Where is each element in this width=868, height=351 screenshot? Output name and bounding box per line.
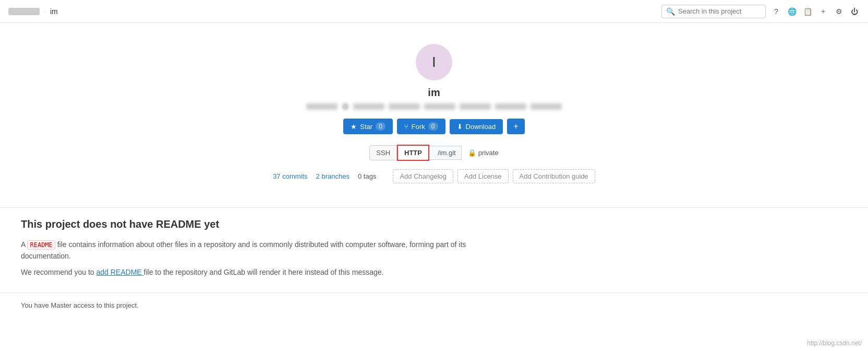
main-content: I im ★ Star 0 ⑂ Fork 0: [0, 23, 868, 328]
add-changelog-label: Add Changelog: [400, 172, 447, 180]
project-title: im: [428, 87, 440, 99]
http-tab-label: HTTP: [404, 149, 422, 157]
branches-count: 2: [316, 172, 320, 180]
meta-blur-1: [306, 103, 337, 110]
help-icon[interactable]: ?: [771, 6, 781, 17]
globe-icon[interactable]: 🌐: [787, 6, 797, 17]
plus-nav-icon[interactable]: ＋: [818, 6, 828, 17]
search-icon: 🔍: [666, 7, 675, 16]
meta-blur-6: [495, 103, 526, 110]
download-icon: ⬇: [457, 123, 463, 131]
signout-icon[interactable]: ⏻: [849, 6, 860, 17]
avatar-letter: I: [432, 54, 436, 71]
download-button[interactable]: ⬇ Download: [450, 119, 503, 134]
branches-label: branches: [321, 172, 349, 180]
lock-icon: 🔒: [468, 149, 476, 157]
star-count: 0: [376, 122, 385, 131]
page-divider: [0, 207, 868, 208]
fork-icon: ⑂: [404, 123, 408, 131]
action-buttons: ★ Star 0 ⑂ Fork 0 ⬇ Download +: [343, 119, 524, 134]
private-badge: 🔒 private: [468, 149, 499, 157]
readme-text-1: A README file contains information about…: [21, 239, 480, 262]
commits-count: 37: [273, 172, 280, 180]
navbar: · im 🔍 ? 🌐 📋 ＋ ⚙ ⏻: [0, 0, 868, 23]
meta-blur-2: [353, 103, 384, 110]
fork-button[interactable]: ⑂ Fork 0: [397, 119, 445, 134]
access-note: You have Master access to this project.: [21, 301, 139, 309]
readme-text-2: We recommend you to add README file to t…: [21, 266, 480, 278]
navbar-left: · im: [8, 7, 58, 16]
meta-blur-7: [531, 103, 562, 110]
copy-icon[interactable]: 📋: [802, 6, 813, 17]
quick-actions: Add Changelog Add License Add Contributi…: [393, 169, 595, 183]
tags-count: 0: [358, 172, 361, 180]
ssh-tab[interactable]: SSH: [369, 145, 397, 160]
add-contribution-button[interactable]: Add Contribution guide: [513, 169, 595, 183]
add-changelog-button[interactable]: Add Changelog: [393, 169, 453, 183]
clone-url-field[interactable]: /im.git: [429, 146, 462, 160]
add-readme-link-text: add README: [96, 268, 141, 276]
project-avatar: I: [416, 44, 452, 80]
settings-icon[interactable]: ⚙: [834, 6, 844, 17]
readme-code-badge: README: [27, 240, 55, 250]
fork-label: Fork: [412, 123, 425, 131]
star-label: Star: [360, 123, 372, 131]
navbar-separator: ·: [44, 7, 46, 16]
private-label: private: [478, 149, 499, 157]
search-input[interactable]: [678, 7, 761, 15]
commits-link[interactable]: 37 commits: [273, 172, 307, 180]
tags-stat: 0 tags: [358, 172, 376, 180]
add-contribution-label: Add Contribution guide: [520, 172, 588, 180]
star-icon: ★: [351, 123, 357, 131]
project-meta-blur: [306, 103, 562, 110]
footer-note: You have Master access to this project.: [0, 292, 868, 318]
ssh-tab-label: SSH: [376, 149, 390, 157]
search-box[interactable]: 🔍: [661, 5, 766, 18]
navbar-project-name: im: [50, 7, 58, 16]
readme-text2-prefix: We recommend you to: [21, 268, 96, 276]
clone-section: SSH HTTP /im.git 🔒 private: [369, 145, 498, 161]
project-header: I im ★ Star 0 ⑂ Fork 0: [0, 33, 868, 197]
http-tab[interactable]: HTTP: [397, 145, 429, 161]
fork-count: 0: [428, 122, 438, 131]
readme-section: This project does not have README yet A …: [0, 218, 501, 292]
download-label: Download: [466, 123, 496, 131]
readme-text1-suffix: file contains information about other fi…: [21, 240, 466, 260]
commits-label: commits: [282, 172, 307, 180]
branches-link[interactable]: 2 branches: [316, 172, 349, 180]
meta-blur-5: [460, 103, 491, 110]
plus-icon: +: [513, 122, 518, 131]
brand-placeholder: [8, 8, 40, 15]
add-readme-link[interactable]: add README: [96, 268, 143, 276]
meta-blur-icon: [342, 103, 349, 110]
add-license-button[interactable]: Add License: [457, 169, 509, 183]
meta-blur-3: [389, 103, 420, 110]
plus-button[interactable]: +: [507, 119, 524, 134]
add-license-label: Add License: [464, 172, 502, 180]
navbar-right: 🔍 ? 🌐 📋 ＋ ⚙ ⏻: [661, 5, 860, 18]
clone-url-suffix: /im.git: [438, 149, 456, 157]
star-button[interactable]: ★ Star 0: [343, 119, 393, 134]
meta-blur-4: [424, 103, 455, 110]
readme-title: This project does not have README yet: [21, 218, 480, 230]
readme-text1-prefix: A: [21, 240, 27, 249]
stats-row: 37 commits 2 branches 0 tags Add Changel…: [273, 169, 595, 183]
tags-label: tags: [364, 172, 377, 180]
readme-text2-suffix: file to the repository and GitLab will r…: [144, 268, 384, 276]
